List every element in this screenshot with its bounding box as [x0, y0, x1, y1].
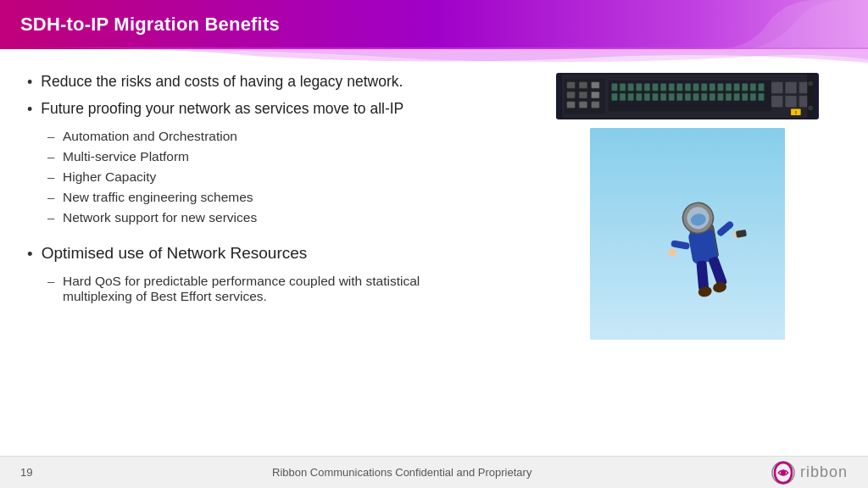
svg-rect-59: [807, 74, 814, 119]
slide-header: SDH-to-IP Migration Benefits: [0, 0, 868, 49]
svg-rect-13: [612, 84, 618, 92]
svg-rect-50: [759, 93, 765, 101]
header-wave: [0, 47, 868, 66]
svg-rect-23: [693, 84, 699, 92]
svg-rect-10: [592, 92, 600, 98]
bullet-item-2: • Future proofing your network as servic…: [27, 100, 539, 236]
svg-rect-22: [685, 84, 691, 92]
sub-item-capacity-text: Higher Capacity: [63, 169, 156, 185]
svg-rect-11: [592, 102, 600, 108]
svg-rect-32: [612, 93, 618, 101]
svg-rect-16: [636, 84, 642, 92]
svg-rect-31: [759, 84, 765, 92]
network-device-image: !: [556, 73, 819, 119]
svg-rect-52: [785, 82, 796, 93]
svg-rect-43: [701, 93, 707, 101]
svg-rect-24: [701, 84, 707, 92]
svg-rect-49: [750, 93, 756, 101]
svg-rect-8: [579, 102, 587, 108]
svg-rect-41: [685, 93, 691, 101]
svg-rect-7: [579, 92, 587, 98]
bullet-text-1: Reduce the risks and costs of having a l…: [41, 73, 403, 91]
sub-list-3: – Hard QoS for predictable performance c…: [47, 274, 420, 309]
sub-item-capacity: – Higher Capacity: [47, 169, 257, 185]
bullet-dot-1: •: [27, 74, 32, 92]
svg-text:!: !: [795, 110, 797, 115]
jetpack-person-image: [590, 128, 785, 340]
svg-rect-39: [669, 93, 675, 101]
sub-item-qos-text: Hard QoS for predictable performance cou…: [63, 274, 420, 304]
sub-item-multiservice: – Multi-service Platform: [47, 149, 257, 164]
sub-item-network-support: – Network support for new services: [47, 210, 257, 225]
svg-rect-54: [771, 96, 782, 107]
svg-rect-40: [677, 93, 683, 101]
svg-rect-33: [620, 93, 626, 101]
svg-rect-20: [669, 84, 675, 92]
svg-rect-25: [709, 84, 715, 92]
svg-rect-18: [653, 84, 659, 92]
left-column: • Reduce the risks and costs of having a…: [27, 73, 556, 439]
svg-rect-14: [620, 84, 626, 92]
slide-content: • Reduce the risks and costs of having a…: [0, 49, 868, 439]
slide-footer: 19 Ribbon Communications Confidential an…: [0, 456, 868, 488]
svg-rect-37: [653, 93, 659, 101]
svg-rect-48: [742, 93, 748, 101]
bullet-dot-3: •: [27, 245, 33, 263]
svg-rect-30: [750, 84, 756, 92]
svg-rect-6: [579, 82, 587, 89]
bullet-text-3: Optimised use of Network Resources: [42, 244, 308, 263]
svg-rect-26: [718, 84, 724, 92]
ribbon-logo-icon: [771, 461, 795, 485]
bullet-item-3: • Optimised use of Network Resources – H…: [27, 244, 539, 314]
page-number: 19: [20, 466, 32, 479]
sub-item-traffic: – New traffic engineering schemes: [47, 190, 257, 205]
svg-rect-35: [636, 93, 642, 101]
svg-rect-42: [693, 93, 699, 101]
footer-text: Ribbon Communications Confidential and P…: [272, 466, 531, 479]
svg-rect-47: [734, 93, 740, 101]
bullet-dot-2: •: [27, 101, 32, 119]
svg-rect-36: [644, 93, 650, 101]
sub-list-2: – Automation and Orchestration – Multi-s…: [47, 129, 257, 230]
svg-rect-27: [726, 84, 732, 92]
svg-rect-51: [771, 82, 782, 93]
bullet-item-1: • Reduce the risks and costs of having a…: [27, 73, 539, 92]
main-bullet-list: • Reduce the risks and costs of having a…: [27, 73, 539, 314]
svg-rect-29: [742, 84, 748, 92]
right-column: !: [556, 73, 844, 439]
sub-item-multiservice-text: Multi-service Platform: [63, 149, 189, 164]
svg-rect-34: [628, 93, 634, 101]
sub-item-network-support-text: Network support for new services: [63, 210, 257, 225]
svg-rect-46: [726, 93, 732, 101]
svg-rect-38: [660, 93, 666, 101]
svg-rect-15: [628, 84, 634, 92]
svg-point-61: [809, 106, 813, 110]
svg-rect-3: [567, 82, 576, 89]
sub-item-automation-text: Automation and Orchestration: [63, 129, 237, 144]
slide-title: SDH-to-IP Migration Benefits: [20, 14, 280, 36]
ribbon-logo-text: ribbon: [800, 463, 848, 481]
svg-rect-19: [660, 84, 666, 92]
ribbon-logo: ribbon: [771, 461, 848, 485]
svg-rect-5: [567, 102, 576, 108]
svg-rect-28: [734, 84, 740, 92]
svg-rect-45: [718, 93, 724, 101]
sub-item-qos: – Hard QoS for predictable performance c…: [47, 274, 420, 304]
bullet-text-2: Future proofing your network as services…: [41, 100, 403, 119]
svg-point-60: [809, 81, 813, 86]
svg-rect-62: [590, 128, 785, 340]
svg-rect-21: [677, 84, 683, 92]
sub-item-automation: – Automation and Orchestration: [47, 129, 257, 144]
svg-rect-9: [592, 82, 600, 89]
svg-rect-4: [567, 92, 576, 98]
svg-rect-44: [709, 93, 715, 101]
svg-rect-17: [644, 84, 650, 92]
sub-item-traffic-text: New traffic engineering schemes: [63, 190, 253, 205]
header-decoration: [648, 0, 868, 49]
svg-rect-55: [785, 96, 796, 107]
